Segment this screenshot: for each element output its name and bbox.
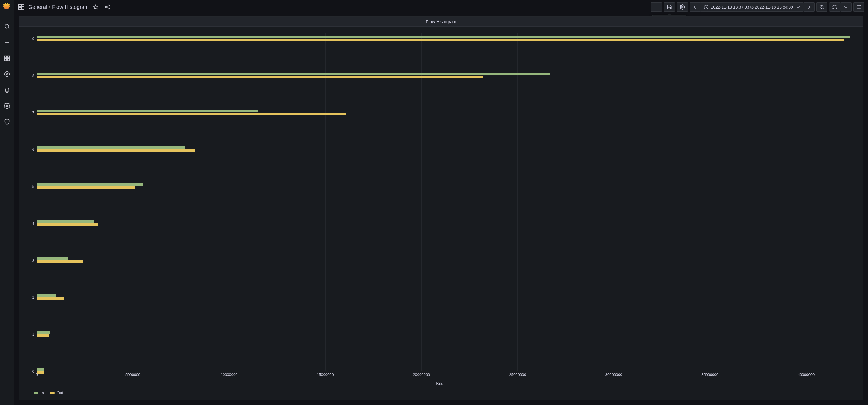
- breadcrumb-dashboard[interactable]: Flow Histogram: [52, 4, 89, 10]
- bar-in[interactable]: [37, 331, 50, 334]
- bar-group: [37, 36, 854, 41]
- bar-out[interactable]: [37, 223, 98, 226]
- x-tick: 15000000: [317, 372, 334, 377]
- refresh-button[interactable]: [829, 2, 840, 12]
- save-dashboard-button[interactable]: [664, 2, 675, 12]
- y-tick: 4: [32, 221, 34, 225]
- bar-in[interactable]: [37, 146, 185, 149]
- sidebar: [0, 0, 14, 405]
- bar-out[interactable]: [37, 334, 50, 337]
- breadcrumb-folder[interactable]: General: [28, 4, 47, 10]
- svg-rect-5: [8, 56, 9, 58]
- x-tick: 20000000: [413, 372, 430, 377]
- bar-out[interactable]: [37, 149, 194, 152]
- svg-rect-12: [22, 4, 24, 6]
- bar-in[interactable]: [37, 110, 258, 112]
- x-tick: 30000000: [605, 372, 622, 377]
- y-axis: 0123456789: [25, 33, 37, 380]
- bar-in[interactable]: [37, 72, 550, 75]
- gridline: [806, 33, 806, 371]
- bar-out[interactable]: [37, 297, 64, 300]
- create-plus-icon[interactable]: [2, 38, 12, 47]
- refresh-interval-button[interactable]: [840, 2, 851, 12]
- star-button[interactable]: [91, 2, 100, 12]
- svg-point-17: [105, 6, 107, 8]
- topbar: General / Flow Histogram Save dashboard: [14, 0, 868, 14]
- bar-in[interactable]: [37, 368, 44, 371]
- x-tick: 40000000: [798, 372, 814, 377]
- svg-rect-31: [857, 5, 861, 8]
- bar-out[interactable]: [37, 113, 346, 115]
- gridline: [518, 33, 518, 371]
- bar-in[interactable]: [37, 294, 56, 297]
- y-tick: 8: [32, 73, 34, 77]
- svg-rect-7: [8, 59, 9, 61]
- chevron-down-icon: [796, 4, 801, 10]
- dashboard-panels-icon[interactable]: [18, 3, 25, 10]
- bar-out[interactable]: [37, 260, 83, 263]
- svg-rect-14: [19, 7, 21, 10]
- tv-mode-button[interactable]: [853, 2, 865, 12]
- svg-marker-9: [6, 73, 8, 75]
- alerting-bell-icon[interactable]: [2, 85, 12, 95]
- svg-point-0: [5, 24, 9, 28]
- x-tick: 25000000: [509, 372, 526, 377]
- bar-group: [37, 294, 854, 300]
- bar-group: [37, 220, 854, 226]
- legend-swatch-out: [50, 392, 55, 394]
- bar-out[interactable]: [37, 75, 483, 78]
- bar-in[interactable]: [37, 257, 68, 260]
- server-admin-shield-icon[interactable]: [2, 117, 12, 126]
- chart-plot[interactable]: 0500000010000000150000002000000025000000…: [37, 33, 854, 380]
- chart-area[interactable]: 0123456789 05000000100000001500000020000…: [25, 33, 854, 380]
- svg-point-26: [681, 6, 683, 8]
- legend-item-in[interactable]: In: [34, 391, 44, 395]
- bar-out[interactable]: [37, 38, 844, 41]
- add-panel-button[interactable]: [651, 2, 662, 12]
- bar-group: [37, 110, 854, 116]
- y-tick: 5: [32, 184, 34, 189]
- grafana-logo[interactable]: [2, 2, 12, 12]
- svg-line-1: [8, 28, 9, 29]
- gridline: [133, 33, 133, 371]
- panel-resize-handle[interactable]: [860, 397, 862, 399]
- y-tick: 6: [32, 147, 34, 152]
- x-tick: 5000000: [125, 372, 141, 377]
- bar-in[interactable]: [37, 220, 94, 223]
- share-button[interactable]: [103, 2, 112, 12]
- bar-group: [37, 72, 854, 79]
- time-range-forward-button[interactable]: [803, 2, 814, 12]
- panel-flow-histogram: Flow Histogram 0123456789 05000000100000…: [19, 17, 863, 400]
- bar-group: [37, 331, 854, 337]
- svg-point-18: [108, 8, 110, 9]
- svg-point-10: [6, 105, 8, 107]
- dashboard-settings-button[interactable]: [677, 2, 688, 12]
- y-tick: 0: [32, 369, 34, 374]
- search-icon[interactable]: [2, 22, 12, 31]
- legend-swatch-in: [34, 392, 38, 394]
- legend-item-out[interactable]: Out: [50, 391, 63, 395]
- panel-title[interactable]: Flow Histogram: [19, 17, 863, 27]
- explore-compass-icon[interactable]: [2, 69, 12, 79]
- time-range-back-button[interactable]: [690, 2, 701, 12]
- gridline: [37, 33, 37, 371]
- time-range-picker[interactable]: 2022-11-18 13:37:03 to 2022-11-18 13:54:…: [701, 2, 803, 12]
- zoom-out-button[interactable]: [816, 2, 828, 12]
- bar-in[interactable]: [37, 36, 850, 38]
- gridline: [229, 33, 229, 371]
- bar-in[interactable]: [37, 183, 143, 186]
- dashboards-icon[interactable]: [2, 54, 12, 63]
- legend-label-out: Out: [57, 391, 63, 395]
- breadcrumb: General / Flow Histogram: [28, 4, 89, 10]
- x-axis: 0500000010000000150000002000000025000000…: [37, 371, 854, 380]
- time-range-label: 2022-11-18 13:37:03 to 2022-11-18 13:54:…: [711, 5, 793, 9]
- bar-out[interactable]: [37, 186, 135, 189]
- svg-point-8: [5, 72, 10, 77]
- svg-point-16: [108, 5, 110, 6]
- configuration-gear-icon[interactable]: [2, 101, 12, 111]
- breadcrumb-sep: /: [49, 4, 50, 10]
- x-axis-label: Bits: [25, 380, 854, 389]
- gridline: [325, 33, 326, 371]
- svg-rect-6: [5, 59, 6, 61]
- svg-rect-11: [19, 4, 21, 7]
